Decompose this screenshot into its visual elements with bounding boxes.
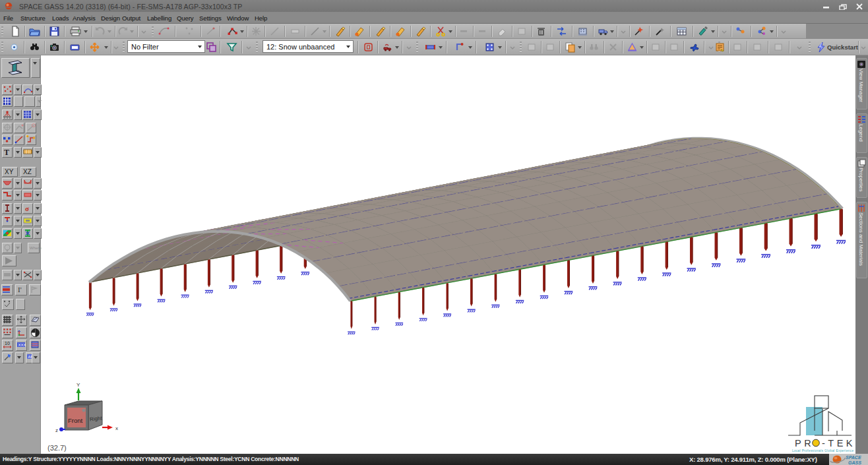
svg-text:σ: σ (25, 204, 29, 212)
svg-text:-TEK: -TEK (822, 438, 855, 449)
svg-text:Local Professionals Global: Local Professionals Global Experience (792, 449, 853, 452)
svg-text:PR: PR (795, 438, 814, 449)
svg-text:Y: Y (77, 382, 80, 388)
svg-text:I': I' (18, 286, 22, 294)
svg-text:T: T (4, 148, 9, 156)
svg-text:z: z (55, 427, 58, 433)
svg-text:XXX: XXX (18, 343, 26, 347)
svg-text:x: x (115, 425, 118, 431)
svg-text:SPACE: SPACE (846, 455, 861, 460)
svg-text:Front: Front (68, 417, 83, 424)
svg-text:GASS: GASS (848, 460, 861, 465)
svg-text:10: 10 (5, 341, 10, 346)
